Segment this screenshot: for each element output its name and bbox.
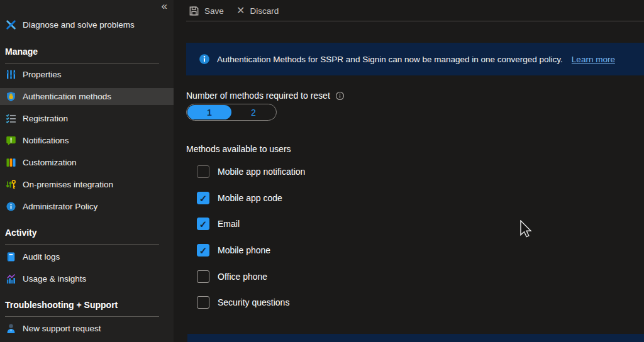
- sidebar-item-label: Usage & insights: [23, 274, 86, 284]
- toggle-option-2[interactable]: 2: [231, 105, 275, 119]
- collapse-sidebar-icon[interactable]: «: [162, 0, 167, 13]
- sidebar-item-label: New support request: [23, 324, 101, 333]
- sidebar: « Diagnose and solve problems Manage Pro…: [0, 0, 174, 342]
- checkbox-row-office-phone[interactable]: Office phone: [197, 270, 267, 284]
- checkbox-label: Email: [218, 219, 240, 229]
- sidebar-item-label: Diagnose and solve problems: [23, 20, 135, 30]
- methods-available-label-text: Methods available to users: [186, 144, 291, 154]
- checkbox[interactable]: [197, 244, 209, 256]
- checkbox-label: Mobile app code: [218, 193, 282, 203]
- checkbox-row-mobile-app-code[interactable]: Mobile app code: [197, 191, 282, 205]
- toolbar-divider: [186, 21, 644, 21]
- shield-lock-icon: [5, 91, 16, 102]
- sidebar-item-administrator-policy[interactable]: Administrator Policy: [0, 198, 174, 214]
- sidebar-item-properties[interactable]: Properties: [0, 66, 174, 82]
- usage-chart-icon: [5, 273, 16, 284]
- checkbox-label: Mobile app notification: [218, 167, 305, 177]
- checkbox-row-email[interactable]: Email: [197, 217, 240, 231]
- sidebar-item-notifications[interactable]: Notifications: [0, 132, 174, 148]
- info-banner: Authentication Methods for SSPR and Sign…: [186, 43, 644, 75]
- sidebar-item-authentication-methods[interactable]: Authentication methods: [0, 88, 174, 105]
- bottom-banner-strip: [187, 334, 644, 342]
- learn-more-link[interactable]: Learn more: [572, 55, 615, 64]
- toggle-option-1[interactable]: 1: [187, 105, 231, 119]
- divider: [5, 244, 159, 245]
- discard-label: Discard: [250, 6, 279, 16]
- checkbox[interactable]: [197, 192, 209, 204]
- info-outline-icon[interactable]: [335, 91, 345, 101]
- sidebar-item-label: Notifications: [23, 136, 69, 145]
- save-label: Save: [204, 6, 224, 16]
- sidebar-item-label: Customization: [23, 158, 77, 167]
- sidebar-item-customization[interactable]: Customization: [0, 154, 174, 170]
- save-button[interactable]: Save: [189, 3, 224, 19]
- customization-bars-icon: [5, 157, 16, 168]
- methods-required-toggle[interactable]: 1 2: [186, 104, 277, 121]
- sidebar-section-manage: Manage: [5, 47, 38, 57]
- mouse-cursor: [519, 220, 532, 238]
- notification-icon: [5, 135, 16, 146]
- sidebar-item-on-premises-integration[interactable]: On-premises integration: [0, 176, 174, 192]
- audit-book-icon: [5, 251, 16, 262]
- discard-button[interactable]: ✕ Discard: [236, 3, 279, 19]
- methods-available-label: Methods available to users: [186, 144, 291, 154]
- checkbox-row-mobile-phone[interactable]: Mobile phone: [197, 243, 270, 257]
- sidebar-item-audit-logs[interactable]: Audit logs: [0, 248, 174, 265]
- sidebar-item-diagnose-and-solve-problems[interactable]: Diagnose and solve problems: [0, 16, 174, 33]
- methods-required-label: Number of methods required to reset: [186, 91, 345, 101]
- sidebar-item-usage-insights[interactable]: Usage & insights: [0, 270, 174, 287]
- methods-required-label-text: Number of methods required to reset: [186, 91, 330, 101]
- sliders-icon: [5, 69, 16, 80]
- divider: [5, 316, 159, 317]
- sidebar-section-troubleshooting-support: Troubleshooting + Support: [5, 300, 118, 310]
- checkbox-label: Mobile phone: [218, 245, 270, 255]
- banner-text: Authentication Methods for SSPR and Sign…: [217, 55, 563, 64]
- checkbox-row-security-questions[interactable]: Security questions: [197, 295, 289, 309]
- sidebar-item-label: Registration: [23, 114, 68, 123]
- checkbox-label: Office phone: [218, 272, 267, 282]
- sync-key-icon: [5, 179, 16, 190]
- tools-icon: [5, 19, 16, 30]
- checkbox[interactable]: [197, 218, 209, 230]
- sidebar-item-label: On-premises integration: [23, 180, 113, 189]
- sidebar-item-registration[interactable]: Registration: [0, 110, 174, 126]
- info-circle-icon: [5, 201, 16, 212]
- checkbox[interactable]: [197, 270, 209, 283]
- divider: [5, 63, 159, 63]
- save-icon: [189, 6, 199, 16]
- sidebar-item-label: Properties: [23, 70, 62, 79]
- sidebar-section-activity: Activity: [5, 228, 37, 238]
- sidebar-item-label: Administrator Policy: [23, 202, 97, 211]
- checkbox[interactable]: [197, 296, 209, 309]
- checkbox-label: Security questions: [218, 297, 289, 307]
- close-icon: ✕: [236, 6, 245, 16]
- checklist-icon: [5, 113, 16, 124]
- checkbox[interactable]: [197, 165, 209, 178]
- sidebar-item-label: Authentication methods: [23, 92, 111, 101]
- checkbox-row-mobile-app-notification[interactable]: Mobile app notification: [197, 165, 305, 179]
- person-icon: [5, 323, 16, 334]
- info-icon: [199, 53, 210, 65]
- sidebar-item-new-support-request[interactable]: New support request: [0, 320, 174, 336]
- sidebar-item-label: Audit logs: [23, 252, 60, 262]
